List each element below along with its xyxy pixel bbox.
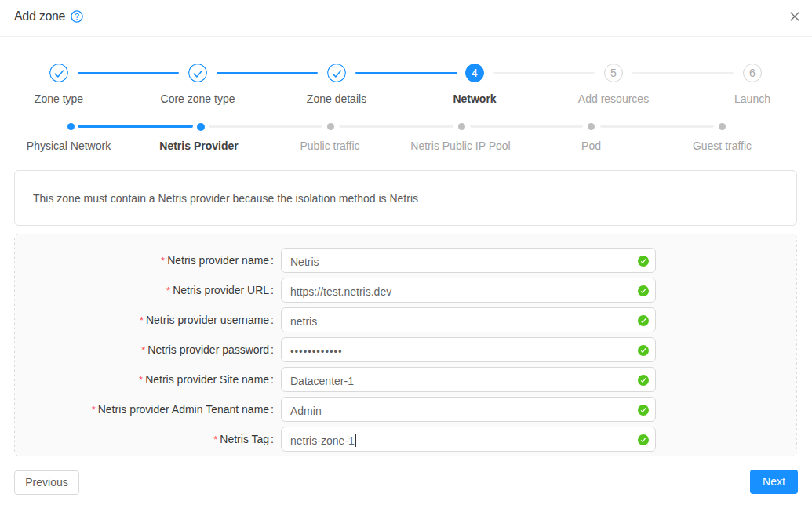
svg-text:?: ?	[75, 12, 79, 21]
